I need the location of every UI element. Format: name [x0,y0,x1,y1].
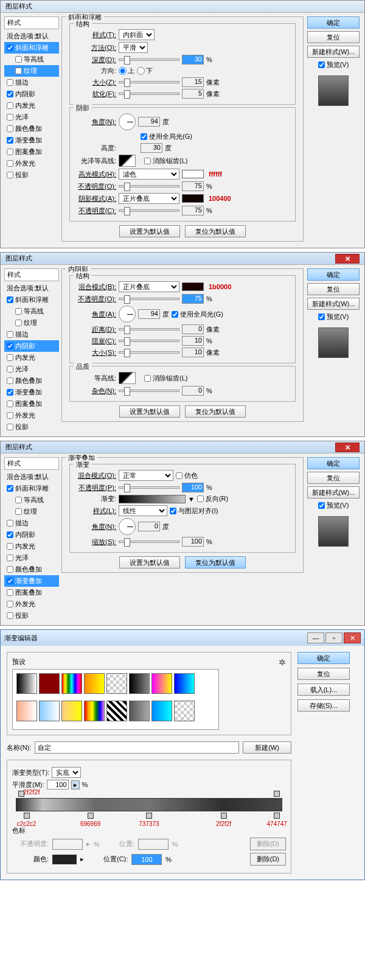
highlight-mode-select[interactable]: 滤色 [119,169,179,180]
opacity-stop[interactable] [274,791,280,797]
angle-dial[interactable] [119,113,136,130]
scale-value[interactable]: 100 [182,537,204,547]
style-item[interactable]: 描边 [4,77,59,88]
style-item[interactable]: 内阴影 [4,88,59,100]
preset-swatch[interactable] [106,701,127,721]
soften-slider[interactable] [119,93,179,95]
gstyle-select[interactable]: 线性 [119,505,167,516]
choke-value[interactable]: 10 [182,336,204,346]
highlight-color[interactable] [182,170,204,178]
gear-icon[interactable]: ✲ [279,657,286,667]
noise-value[interactable]: 0 [182,386,204,396]
ok-button[interactable]: 确定 [307,457,360,469]
dropdown-icon[interactable]: ▸ [71,780,80,789]
gradient-swatch[interactable] [119,495,186,503]
delete-color-button[interactable]: 删除(D) [250,853,286,866]
preset-swatch[interactable] [174,701,195,721]
style-item[interactable]: 纹理 [4,506,59,517]
style-item[interactable]: 纹理 [4,317,59,329]
direction-up[interactable]: 上 [119,66,134,75]
size-value[interactable]: 15 [182,77,204,87]
preset-swatch[interactable] [61,673,82,694]
style-item[interactable]: 描边 [4,329,59,340]
gradient-bar[interactable] [16,798,282,811]
blend-options[interactable]: 混合选项:默认 [4,282,59,294]
reset-default-button[interactable]: 复位为默认值 [185,225,246,237]
make-default-button[interactable]: 设置为默认值 [119,405,180,418]
style-item[interactable]: 等高线 [4,306,59,317]
color-stop[interactable] [146,813,152,819]
antialias-check[interactable]: 消除锯齿(L) [144,156,187,166]
shadow-opacity-value[interactable]: 75 [182,206,204,215]
preset-swatch[interactable] [39,701,60,721]
load-button[interactable]: 载入(L)... [297,684,350,696]
titlebar[interactable]: 渐变编辑器 — ▫ ✕ [1,630,364,646]
angle-value[interactable]: 0 [138,522,160,531]
maximize-icon[interactable]: ▫ [325,632,342,643]
color-swatch[interactable] [52,855,77,864]
shadow-opacity-slider[interactable] [119,209,179,212]
new-style-button[interactable]: 新建样式(W)... [307,46,360,58]
style-select[interactable]: 内斜面 [119,29,155,40]
make-default-button[interactable]: 设置为默认值 [119,556,180,569]
style-item[interactable]: 光泽 [4,552,59,564]
style-item[interactable]: 内阴影 [4,340,59,352]
color-stop[interactable] [24,813,30,819]
size-slider[interactable] [119,351,179,354]
style-item[interactable]: 内发光 [4,100,59,111]
align-check[interactable]: 与图层对齐(I) [170,506,218,516]
style-item[interactable]: 斜面和浮雕 [4,483,59,494]
style-item[interactable]: 等高线 [4,494,59,506]
preset-swatch[interactable] [129,701,150,721]
reset-default-button[interactable]: 复位为默认值 [185,556,246,569]
style-item[interactable]: 投影 [4,169,59,181]
opacity-value[interactable]: 100 [182,483,204,492]
style-item[interactable]: 颜色叠加 [4,375,59,387]
new-style-button[interactable]: 新建样式(W)... [307,298,360,310]
blend-color[interactable] [182,282,204,291]
antialias-check[interactable]: 消除锯齿(L) [144,374,187,383]
style-item[interactable]: 投影 [4,421,59,433]
style-item[interactable]: 纹理 [4,65,59,77]
style-item[interactable]: 渐变叠加 [4,575,59,587]
style-item[interactable]: 外发光 [4,598,59,610]
highlight-opacity-slider[interactable] [119,185,179,187]
size-slider[interactable] [119,81,179,83]
preset-swatch[interactable] [151,673,172,694]
angle-value[interactable]: 94 [138,309,160,319]
color-stop[interactable] [274,813,280,819]
preset-swatch[interactable] [106,673,127,694]
titlebar[interactable]: 图层样式 ✕ [1,441,364,453]
style-item[interactable]: 内阴影 [4,529,59,541]
style-item[interactable]: 渐变叠加 [4,387,59,398]
distance-value[interactable]: 0 [182,324,204,334]
preset-swatch[interactable] [129,673,150,694]
size-value[interactable]: 10 [182,348,204,357]
minimize-icon[interactable]: — [307,632,324,643]
ok-button[interactable]: 确定 [307,16,360,29]
preset-swatch[interactable] [174,673,195,694]
distance-slider[interactable] [119,328,179,331]
shadow-color[interactable] [182,194,204,203]
style-item[interactable]: 内发光 [4,541,59,552]
preset-swatch[interactable] [39,673,60,694]
titlebar[interactable]: 图层样式 ✕ [1,253,364,265]
shadow-mode-select[interactable]: 正片叠底 [119,193,179,204]
altitude-value[interactable]: 30 [141,143,162,153]
blend-select[interactable]: 正片叠底 [119,281,179,292]
scale-slider[interactable] [119,541,179,543]
preset-swatch[interactable] [151,701,172,721]
opacity-slider[interactable] [119,486,179,489]
cancel-button[interactable]: 复位 [307,472,360,484]
close-icon[interactable]: ✕ [344,632,361,643]
style-item[interactable]: 图案叠加 [4,146,59,158]
type-select[interactable]: 实底 [52,767,81,778]
highlight-opacity-value[interactable]: 75 [182,181,204,191]
opacity-value[interactable]: 75 [182,294,204,304]
contour[interactable] [119,372,136,384]
style-item[interactable]: 斜面和浮雕 [4,42,59,54]
cancel-button[interactable]: 复位 [297,668,350,680]
cancel-button[interactable]: 复位 [307,283,360,295]
opacity-stop[interactable] [18,791,24,797]
style-item[interactable]: 光泽 [4,363,59,375]
